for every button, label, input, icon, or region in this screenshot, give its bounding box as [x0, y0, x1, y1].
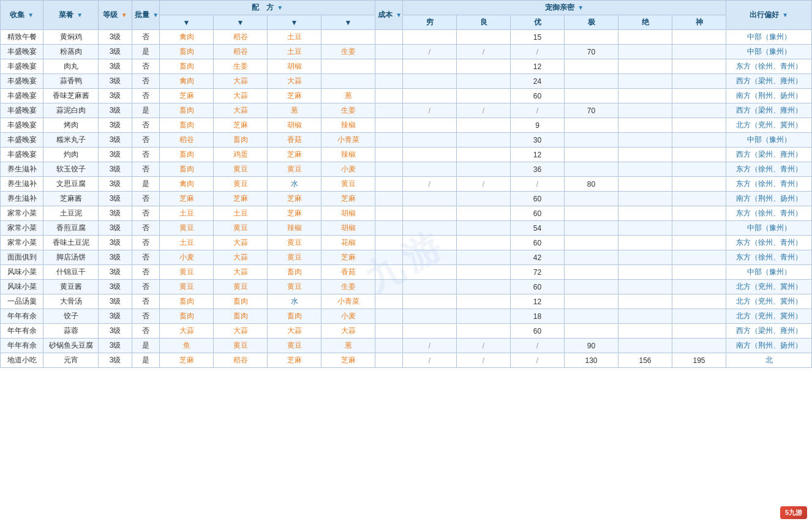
sort-dish-icon[interactable]: ▼ [77, 12, 83, 18]
cell: 精致午餐 [1, 30, 43, 45]
cell: 3级 [99, 353, 132, 368]
cell [618, 177, 672, 192]
table-body: 精致午餐黄焖鸡3级否禽肉稻谷土豆15中部（豫州）丰盛晚宴粉蒸肉3级是畜肉稻谷土豆… [1, 30, 812, 368]
th-great[interactable]: 优 [511, 15, 565, 30]
th-ing3[interactable]: ▼ [268, 15, 321, 30]
th-dish[interactable]: 菜肴 ▼ [43, 1, 99, 30]
cell [403, 324, 457, 339]
cell: 葱 [268, 103, 321, 118]
cell [375, 118, 403, 133]
cell [672, 162, 726, 177]
cell-travel: 北 [726, 353, 812, 368]
cell: 否 [132, 74, 160, 89]
cell [403, 133, 457, 148]
cell: 80 [565, 177, 618, 192]
cell [457, 265, 511, 280]
th-ing2[interactable]: ▼ [214, 15, 268, 30]
cell [375, 294, 403, 309]
cell: 蒜蓉 [43, 324, 99, 339]
cell: 软玉饺子 [43, 162, 99, 177]
table-row: 地道小吃元宵3级是芝麻稻谷芝麻芝麻///130156195北 [1, 353, 812, 368]
cell: / [457, 353, 511, 368]
cell [321, 59, 375, 74]
cell [457, 236, 511, 250]
cell: 60 [511, 206, 565, 221]
cell-travel: 中部（豫州） [726, 265, 812, 280]
cell [565, 192, 618, 206]
cell [565, 133, 618, 148]
cell: 芝麻 [268, 353, 321, 368]
th-cost[interactable]: 成本 ▼ [375, 1, 403, 30]
cell [672, 339, 726, 353]
cell: 芝麻 [214, 118, 268, 133]
cell: 生姜 [321, 45, 375, 59]
cell: 一品汤羹 [1, 294, 43, 309]
th-extreme[interactable]: 极 [565, 15, 618, 30]
cell: 否 [132, 148, 160, 162]
cell [672, 221, 726, 236]
cell-travel: 中部（豫州） [726, 133, 812, 148]
table-row: 家常小菜土豆泥3级否土豆土豆芝麻胡椒60东方（徐州、青州） [1, 206, 812, 221]
cell: 小麦 [160, 250, 214, 265]
cell: 3级 [99, 280, 132, 294]
th-poor[interactable]: 穷 [403, 15, 457, 30]
cell: 24 [511, 74, 565, 89]
sort-travel-icon[interactable]: ▼ [782, 12, 788, 18]
th-ing1[interactable]: ▼ [160, 15, 214, 30]
cell [403, 294, 457, 309]
cell: 禽肉 [160, 30, 214, 45]
cell [457, 133, 511, 148]
cell: 3级 [99, 89, 132, 103]
cell: 丰盛晚宴 [1, 103, 43, 118]
sort-batch-icon[interactable]: ▼ [152, 12, 159, 18]
sort-level-icon[interactable]: ▼ [121, 12, 127, 18]
cell: 辣椒 [321, 118, 375, 133]
th-travel[interactable]: 出行偏好 ▼ [726, 1, 812, 30]
th-level[interactable]: 等级 ▼ [99, 1, 132, 30]
cell: 土豆 [160, 236, 214, 250]
table-row: 风味小菜黄豆酱3级否黄豆黄豆黄豆生姜60北方（兖州、冀州） [1, 280, 812, 294]
cell [672, 206, 726, 221]
th-batch[interactable]: 批量 ▼ [132, 1, 160, 30]
cell: 香菇 [321, 265, 375, 280]
cell: 糯米丸子 [43, 133, 99, 148]
cell: 大蒜 [268, 74, 321, 89]
cell: 否 [132, 294, 160, 309]
th-collect[interactable]: 收集 ▼ [1, 1, 43, 30]
cell [375, 45, 403, 59]
cell: 年年有余 [1, 339, 43, 353]
cell: 饺子 [43, 309, 99, 324]
sort-recipe-icon[interactable]: ▼ [277, 4, 283, 11]
cell [565, 206, 618, 221]
cell [375, 339, 403, 353]
cell [457, 294, 511, 309]
cell: 是 [132, 177, 160, 192]
cell [618, 206, 672, 221]
cell: 风味小菜 [1, 280, 43, 294]
th-divine[interactable]: 神 [672, 15, 726, 30]
cell: 胡椒 [321, 206, 375, 221]
cell: 黄豆 [214, 280, 268, 294]
cell [672, 148, 726, 162]
cell [375, 250, 403, 265]
cell [565, 236, 618, 250]
cell: 大骨汤 [43, 294, 99, 309]
th-perfect[interactable]: 绝 [618, 15, 672, 30]
th-ing4[interactable]: ▼ [321, 15, 375, 30]
sort-pet-icon[interactable]: ▼ [577, 4, 584, 11]
cell [375, 324, 403, 339]
cell [375, 177, 403, 192]
th-good[interactable]: 良 [457, 15, 511, 30]
cell-travel: 北方（兖州、冀州） [726, 280, 812, 294]
cell-travel: 南方（荆州、扬州） [726, 339, 812, 353]
cell: / [457, 103, 511, 118]
cell: 3级 [99, 265, 132, 280]
cell [403, 118, 457, 133]
cell: 否 [132, 30, 160, 45]
sort-cost-icon[interactable]: ▼ [396, 12, 402, 18]
cell: 鸡蛋 [214, 148, 268, 162]
sort-collect-icon[interactable]: ▼ [28, 12, 34, 18]
cell: 否 [132, 89, 160, 103]
cell [565, 324, 618, 339]
table-row: 丰盛晚宴灼肉3级否畜肉鸡蛋芝麻辣椒12西方（梁州、雍州） [1, 148, 812, 162]
